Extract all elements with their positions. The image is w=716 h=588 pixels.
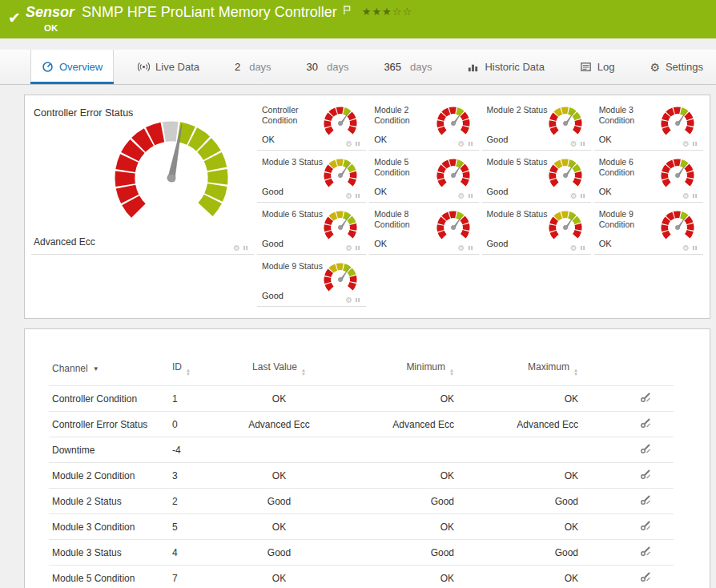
tab-log[interactable]: Log bbox=[569, 50, 626, 84]
gauge-tile[interactable]: Controller Condition OK ⚙ bbox=[257, 99, 366, 151]
gear-icon[interactable]: ⚙ bbox=[570, 244, 577, 252]
channel-settings-icon[interactable] bbox=[640, 417, 651, 429]
last-value bbox=[233, 437, 325, 463]
channel-settings-icon[interactable] bbox=[640, 469, 651, 480]
gauge-tile[interactable]: Module 3 Status Good ⚙ bbox=[257, 151, 366, 203]
channel-name: Controller Error Status bbox=[49, 412, 169, 437]
gear-icon[interactable]: ⚙ bbox=[345, 139, 352, 148]
minimum-value: OK bbox=[325, 386, 457, 412]
gauge-tile[interactable]: Module 8 Condition OK ⚙ bbox=[369, 203, 478, 255]
gauge-tile[interactable]: Module 5 Condition OK ⚙ bbox=[369, 151, 478, 203]
overview-icon bbox=[42, 61, 54, 73]
pause-icon[interactable] bbox=[468, 193, 473, 199]
channel-settings-icon[interactable] bbox=[640, 443, 651, 454]
channel-settings-icon[interactable] bbox=[640, 392, 651, 403]
gauge-dial bbox=[547, 157, 584, 194]
last-value: OK bbox=[233, 386, 325, 412]
gauge-value: Good bbox=[262, 291, 284, 300]
table-row[interactable]: Downtime -4 bbox=[49, 437, 674, 463]
column-label: Minimum bbox=[406, 361, 445, 373]
gauge-dial bbox=[659, 157, 696, 194]
channel-settings-icon[interactable] bbox=[640, 520, 651, 531]
table-row[interactable]: Module 3 Status 4 Good Good Good bbox=[49, 540, 674, 566]
channel-actions-cell bbox=[581, 412, 674, 437]
column-label: Maximum bbox=[528, 361, 569, 373]
table-row[interactable]: Module 2 Condition 3 OK OK OK bbox=[49, 463, 674, 489]
pause-icon[interactable] bbox=[355, 141, 360, 147]
gear-icon[interactable]: ⚙ bbox=[233, 244, 240, 252]
pause-icon[interactable] bbox=[243, 245, 248, 251]
tab-unit: days bbox=[249, 61, 271, 73]
gauge-tile[interactable]: Module 2 Condition OK ⚙ bbox=[369, 99, 478, 151]
table-row[interactable]: Controller Condition 1 OK OK OK bbox=[49, 386, 674, 412]
gear-icon[interactable]: ⚙ bbox=[345, 191, 352, 200]
pause-icon[interactable] bbox=[468, 141, 473, 147]
tab-overview[interactable]: Overview bbox=[30, 50, 114, 84]
gauge-dial bbox=[105, 111, 238, 244]
channel-actions-cell bbox=[581, 514, 674, 540]
tab-label: Historic Data bbox=[485, 61, 544, 73]
pause-icon[interactable] bbox=[355, 193, 360, 199]
gauge-dial bbox=[547, 105, 584, 142]
column-header-channel[interactable]: Channel▼ bbox=[49, 356, 169, 386]
table-row[interactable]: Module 3 Condition 5 OK OK OK bbox=[49, 514, 674, 540]
gauge-actions: ⚙ bbox=[345, 296, 360, 304]
channel-name: Downtime bbox=[49, 437, 169, 463]
gear-icon[interactable]: ⚙ bbox=[345, 244, 352, 252]
gauge-title: Module 9 Status bbox=[262, 261, 323, 272]
gauge-title: Module 3 Status bbox=[262, 157, 323, 167]
channel-name: Module 5 Condition bbox=[49, 566, 169, 588]
gear-icon[interactable]: ⚙ bbox=[345, 296, 352, 304]
gear-icon[interactable]: ⚙ bbox=[682, 244, 690, 252]
gear-icon[interactable]: ⚙ bbox=[682, 191, 690, 200]
pause-icon[interactable] bbox=[692, 141, 698, 147]
tab-historic-data[interactable]: Historic Data bbox=[456, 50, 555, 84]
tab-settings[interactable]: ⚙ Settings bbox=[638, 50, 714, 84]
gear-icon[interactable]: ⚙ bbox=[682, 139, 690, 148]
channel-actions-cell bbox=[581, 386, 674, 412]
gauge-tile[interactable]: Module 6 Condition OK ⚙ bbox=[594, 151, 703, 203]
column-header-minimum[interactable]: Minimum▲▼ bbox=[325, 356, 457, 386]
column-header-id[interactable]: ID▲▼ bbox=[169, 356, 233, 386]
gauge-actions: ⚙ bbox=[682, 244, 698, 252]
gear-icon[interactable]: ⚙ bbox=[458, 139, 465, 148]
tab-2-days[interactable]: 2days bbox=[223, 50, 283, 84]
flag-icon[interactable] bbox=[343, 5, 352, 15]
table-row[interactable]: Controller Error Status 0 Advanced Ecc A… bbox=[49, 412, 674, 437]
column-header-maximum[interactable]: Maximum▲▼ bbox=[457, 356, 581, 386]
channel-settings-icon[interactable] bbox=[640, 571, 651, 582]
gauge-tile[interactable]: Module 2 Status Good ⚙ bbox=[482, 99, 591, 151]
tab-365-days[interactable]: 365days bbox=[372, 50, 443, 84]
gauge-tile[interactable]: Module 6 Status Good ⚙ bbox=[257, 203, 366, 255]
pause-icon[interactable] bbox=[580, 141, 585, 147]
gauge-dial bbox=[435, 157, 472, 194]
table-row[interactable]: Module 5 Condition 7 OK OK OK bbox=[49, 566, 674, 588]
tab-live-data[interactable]: Live Data bbox=[127, 50, 211, 84]
pause-icon[interactable] bbox=[355, 297, 360, 303]
pause-icon[interactable] bbox=[692, 193, 698, 199]
channel-settings-icon[interactable] bbox=[640, 494, 651, 505]
pause-icon[interactable] bbox=[580, 245, 585, 251]
pause-icon[interactable] bbox=[355, 245, 360, 251]
channel-actions-cell bbox=[581, 566, 674, 588]
gear-icon[interactable]: ⚙ bbox=[570, 191, 577, 200]
gauge-tile[interactable]: Module 9 Status Good ⚙ bbox=[257, 255, 366, 307]
priority-stars[interactable]: ★★★☆☆ bbox=[362, 6, 412, 18]
pause-icon[interactable] bbox=[468, 245, 473, 251]
pause-icon[interactable] bbox=[580, 193, 585, 199]
gauge-tile[interactable]: Module 9 Condition OK ⚙ bbox=[594, 203, 703, 255]
channel-settings-icon[interactable] bbox=[640, 546, 651, 557]
pause-icon[interactable] bbox=[692, 245, 698, 251]
gear-icon[interactable]: ⚙ bbox=[570, 139, 577, 148]
tab-30-days[interactable]: 30days bbox=[296, 50, 360, 84]
table-row[interactable]: Module 2 Status 2 Good Good Good bbox=[49, 489, 674, 514]
channel-name: Controller Condition bbox=[49, 386, 169, 412]
gauge-tile[interactable]: Module 8 Status Good ⚙ bbox=[482, 203, 591, 255]
gear-icon[interactable]: ⚙ bbox=[458, 244, 465, 252]
gauge-tile[interactable]: Module 3 Condition OK ⚙ bbox=[594, 99, 703, 151]
gear-icon[interactable]: ⚙ bbox=[458, 191, 465, 200]
column-header-last-value[interactable]: Last Value▲▼ bbox=[233, 356, 325, 386]
gauge-tile[interactable]: Module 5 Status Good ⚙ bbox=[482, 151, 591, 203]
channel-name: Module 3 Condition bbox=[49, 514, 169, 540]
gauge-tile-primary[interactable]: Controller Error Status Advanced Ecc ⚙ bbox=[31, 99, 254, 255]
